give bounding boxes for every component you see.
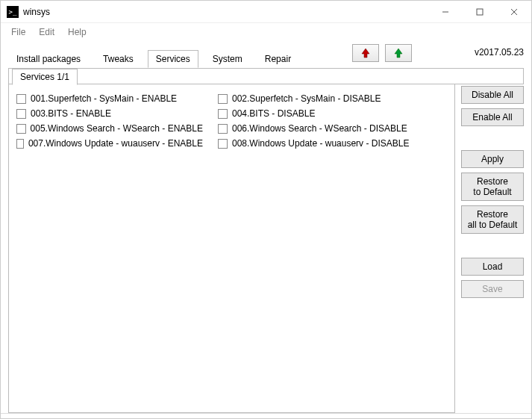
arrow-up-icon (360, 48, 371, 58)
content-wrap: 001.Superfetch - SysMain - ENABLE 003.BI… (8, 84, 524, 413)
enable-all-button[interactable]: Enable All (461, 108, 524, 126)
service-item[interactable]: 008.Windows Update - wuauserv - DISABLE (218, 138, 427, 149)
checkbox[interactable] (16, 109, 26, 119)
menu-edit[interactable]: Edit (33, 25, 60, 39)
app-icon: >_ (7, 6, 19, 18)
service-item[interactable]: 007.Windows Update - wuauserv - ENABLE (16, 138, 203, 149)
statusbar: Recommendation: Push Help -> Tutorial (1, 413, 531, 419)
version-label: v2017.05.23 (475, 47, 524, 58)
tab-repair[interactable]: Repair (257, 50, 299, 68)
services-column-left: 001.Superfetch - SysMain - ENABLE 003.BI… (16, 93, 203, 403)
save-button[interactable]: Save (461, 280, 524, 298)
sidebar-buttons: Disable All Enable All Apply Restore to … (461, 84, 524, 413)
service-label: 002.Superfetch - SysMain - DISABLE (232, 93, 381, 104)
tab-install-packages[interactable]: Install packages (8, 50, 89, 68)
close-button[interactable] (497, 1, 531, 23)
service-item[interactable]: 005.Windows Search - WSearch - ENABLE (16, 123, 203, 134)
tab-tweaks[interactable]: Tweaks (95, 50, 142, 68)
service-item[interactable]: 001.Superfetch - SysMain - ENABLE (16, 93, 203, 104)
minimize-button[interactable] (428, 1, 463, 23)
restore-default-button[interactable]: Restore to Default (461, 173, 524, 201)
menu-help[interactable]: Help (62, 25, 93, 39)
service-item[interactable]: 002.Superfetch - SysMain - DISABLE (218, 93, 427, 104)
restore-default-label: Restore to Default (473, 176, 511, 198)
load-button[interactable]: Load (461, 258, 524, 276)
svg-rect-1 (477, 9, 483, 15)
sub-tab-bar: Services 1/1 (8, 68, 524, 84)
restore-all-default-label: Restore all to Default (468, 209, 518, 231)
checkbox[interactable] (16, 139, 24, 149)
window-title: winsys (23, 7, 428, 17)
checkbox[interactable] (218, 124, 228, 134)
service-label: 006.Windows Search - WSearch - DISABLE (232, 123, 407, 134)
menubar: File Edit Help (1, 23, 531, 41)
top-strip: Install packages Tweaks Services System … (8, 44, 524, 68)
service-label: 004.BITS - DISABLE (232, 108, 315, 119)
checkbox[interactable] (218, 109, 228, 119)
service-item[interactable]: 006.Windows Search - WSearch - DISABLE (218, 123, 427, 134)
maximize-button[interactable] (463, 1, 497, 23)
service-label: 003.BITS - ENABLE (31, 108, 111, 119)
arrow-down-icon (393, 48, 404, 58)
spacer (461, 238, 524, 253)
sub-tab-services[interactable]: Services 1/1 (12, 69, 78, 85)
service-label: 008.Windows Update - wuauserv - DISABLE (232, 138, 409, 149)
checkbox[interactable] (218, 139, 228, 149)
service-item[interactable]: 003.BITS - ENABLE (16, 108, 203, 119)
arrow-up-button[interactable] (352, 44, 379, 62)
titlebar: >_ winsys (1, 1, 531, 23)
main-tabs: Install packages Tweaks Services System … (8, 50, 299, 68)
arrow-down-button[interactable] (385, 44, 412, 62)
service-label: 001.Superfetch - SysMain - ENABLE (31, 93, 177, 104)
spacer (461, 131, 524, 146)
services-panel: 001.Superfetch - SysMain - ENABLE 003.BI… (8, 84, 455, 413)
arrow-buttons (352, 44, 412, 62)
checkbox[interactable] (16, 94, 26, 104)
tab-system[interactable]: System (204, 50, 251, 68)
disable-all-button[interactable]: Disable All (461, 86, 524, 104)
restore-all-default-button[interactable]: Restore all to Default (461, 205, 524, 234)
status-text: Recommendation: Push Help -> Tutorial (7, 417, 166, 420)
service-label: 005.Windows Search - WSearch - ENABLE (31, 123, 203, 134)
checkbox[interactable] (218, 94, 228, 104)
service-item[interactable]: 004.BITS - DISABLE (218, 108, 427, 119)
tab-services[interactable]: Services (148, 50, 198, 68)
checkbox[interactable] (16, 124, 26, 134)
menu-file[interactable]: File (5, 25, 31, 39)
services-column-right: 002.Superfetch - SysMain - DISABLE 004.B… (218, 93, 427, 403)
service-label: 007.Windows Update - wuauserv - ENABLE (28, 138, 203, 149)
apply-button[interactable]: Apply (461, 150, 524, 168)
